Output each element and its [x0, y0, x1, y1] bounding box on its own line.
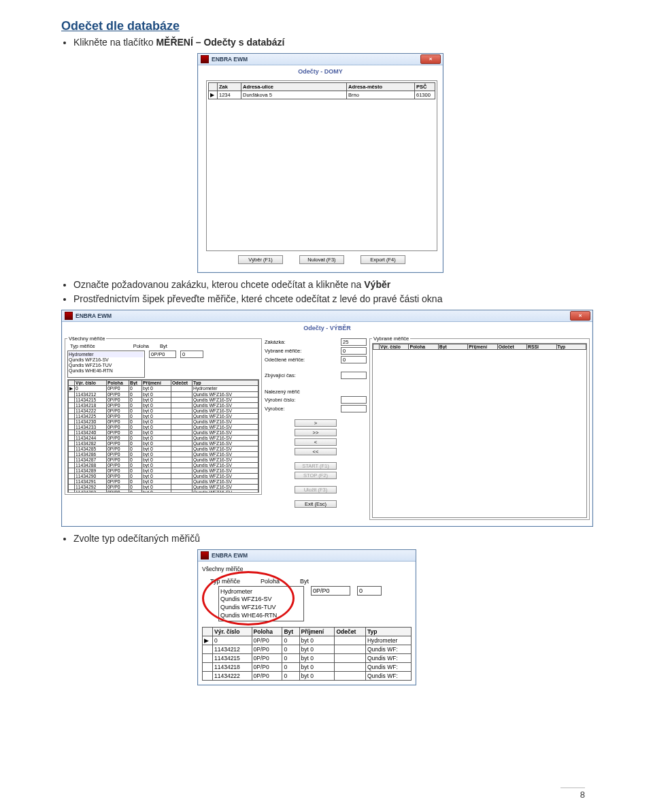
bullet-2-pre: Označte požadovanou zakázku, kterou chce…	[73, 279, 364, 290]
table-row[interactable]: 114342250P/P00byt 0Qundis WFZ16-SV	[69, 413, 258, 419]
table-row[interactable]: 114342930P/P00byt 0Qundis WFZ16-SV	[69, 489, 258, 493]
table-row[interactable]: 114342330P/P00byt 0Qundis WFZ16-SV	[69, 424, 258, 429]
move-left-button[interactable]: <	[295, 438, 337, 446]
right-meters-grid[interactable]: Výr. číslo Poloha Byt Příjmení Odečet RS…	[372, 343, 587, 518]
cell: byt 0	[142, 484, 171, 489]
cell	[171, 473, 192, 478]
nulovat-button[interactable]: Nulovat (F3)	[299, 255, 344, 264]
start-button[interactable]: START (F1)	[295, 462, 337, 470]
table-row[interactable]: 114342150P/P00byt 0Qundis WFZ16-SV	[69, 397, 258, 402]
poloha-input[interactable]: 0P/P0	[149, 351, 176, 358]
cell: byt 0	[142, 385, 171, 391]
lbl-nalezeny: Nalezený měřič	[265, 389, 367, 395]
cell	[69, 397, 75, 402]
vyrobce-value	[341, 405, 367, 412]
domy-table[interactable]: Zak Adresa-ulice Adresa-město PSČ ▶ 1234…	[208, 82, 435, 99]
list-item[interactable]: Qundis WHE46-RTN	[69, 368, 144, 374]
cell	[69, 468, 75, 473]
cell: 0	[129, 468, 142, 473]
table-row[interactable]: ▶00P/P00byt 0Hydrometer	[69, 385, 258, 391]
table-row[interactable]: 114342820P/P00byt 0Qundis WFZ16-SV	[69, 440, 258, 446]
fieldset-vsechny: Všechny měřiče Typ měřiče Poloha Byt Hyd…	[65, 336, 262, 495]
table-row[interactable]: 114342860P/P00byt 0Qundis WFZ16-SV	[69, 451, 258, 457]
poloha-input[interactable]: 0P/P0	[311, 586, 350, 596]
byt-input[interactable]: 0	[180, 351, 203, 358]
cell	[69, 484, 75, 489]
meters-grid[interactable]: Výr. číslo Poloha Byt Příjmení Odečet Ty…	[202, 627, 412, 681]
table-row[interactable]: 114342870P/P00byt 0Qundis WFZ16-SV	[69, 457, 258, 462]
odectene-value: 0	[341, 356, 367, 363]
cell	[69, 408, 75, 413]
list-item[interactable]: Qundis WHE46-RTN	[220, 612, 302, 620]
table-row[interactable]: 114342120P/P00byt 0Qundis WF:	[203, 645, 412, 654]
cell: 11434282	[75, 440, 107, 446]
cell: 11434225	[75, 413, 107, 419]
list-item[interactable]: Qundis WFZ16-SV	[69, 357, 144, 363]
list-item[interactable]: Qundis WFZ16-TUV	[69, 363, 144, 368]
table-row[interactable]: 114342900P/P00byt 0Qundis WFZ16-SV	[69, 473, 258, 478]
table-row[interactable]: 114342120P/P00byt 0Qundis WFZ16-SV	[69, 391, 258, 397]
close-button[interactable]: ×	[420, 54, 441, 64]
cell: 0P/P0	[107, 402, 129, 408]
cell: 0P/P0	[107, 397, 129, 402]
cell: 11434230	[75, 419, 107, 424]
page-number: 8	[560, 787, 585, 800]
cell	[69, 451, 75, 457]
table-row[interactable]: 114342180P/P00byt 0Qundis WF:	[203, 663, 412, 672]
table-row[interactable]: 114342220P/P00byt 0Qundis WFZ16-SV	[69, 408, 258, 413]
typ-listbox[interactable]: Hydrometer Qundis WFZ16-SV Qundis WFZ16-…	[218, 586, 304, 622]
titlebar[interactable]: ENBRA EWM ×	[62, 310, 592, 322]
table-row[interactable]: 114342880P/P00byt 0Qundis WFZ16-SV	[69, 462, 258, 468]
cell	[171, 424, 192, 429]
cell	[203, 663, 213, 672]
cell: Qundis WF:	[365, 645, 411, 654]
ulozit-button[interactable]: Uložit (F3)	[295, 486, 337, 493]
table-row[interactable]: 114342920P/P00byt 0Qundis WFZ16-SV	[69, 484, 258, 489]
cell: 0	[213, 636, 252, 645]
table-row[interactable]: 114342220P/P00byt 0Qundis WF:	[203, 672, 412, 681]
table-row[interactable]: 114342890P/P00byt 0Qundis WFZ16-SV	[69, 468, 258, 473]
cell: 0	[282, 672, 299, 681]
list-item[interactable]: Qundis WFZ16-SV	[220, 596, 302, 604]
left-meters-grid[interactable]: Výr. číslo Poloha Byt Příjmení Odečet Ty…	[67, 379, 259, 493]
window-subtitle: Odečty - VÝBĚR	[62, 322, 592, 334]
col-psc: PSČ	[415, 82, 435, 91]
export-button[interactable]: Export (F4)	[361, 255, 405, 264]
vyber-button[interactable]: Výběr (F1)	[238, 255, 283, 264]
table-row[interactable]: 114342300P/P00byt 0Qundis WFZ16-SV	[69, 419, 258, 424]
move-all-left-button[interactable]: <<	[295, 448, 337, 455]
table-row[interactable]: 114342440P/P00byt 0Qundis WFZ16-SV	[69, 435, 258, 440]
stop-button[interactable]: STOP (F2)	[295, 472, 337, 479]
close-button[interactable]: ×	[570, 311, 590, 321]
cell: byt 0	[142, 391, 171, 397]
bullet-3: Prostřednictvím šipek převeďte měřiče, k…	[73, 293, 592, 306]
list-item[interactable]: Hydrometer	[220, 588, 302, 596]
cell: 0	[129, 435, 142, 440]
cell: 11434286	[75, 451, 107, 457]
byt-input[interactable]: 0	[357, 586, 382, 596]
list-item[interactable]: Hydrometer	[69, 352, 144, 357]
titlebar[interactable]: ENBRA EWM	[198, 550, 416, 562]
cell	[171, 457, 192, 462]
table-row[interactable]: 114342910P/P00byt 0Qundis WFZ16-SV	[69, 478, 258, 484]
cell: Qundis WFZ16-SV	[192, 468, 258, 473]
table-row[interactable]: 114342400P/P00byt 0Qundis WFZ16-SV	[69, 429, 258, 435]
table-header: Zak Adresa-ulice Adresa-město PSČ	[209, 82, 435, 91]
titlebar[interactable]: ENBRA EWM ×	[198, 54, 443, 65]
table-header: Výr. číslo Poloha Byt Příjmení Odečet RS…	[373, 344, 586, 349]
table-row[interactable]: 114342850P/P00byt 0Qundis WFZ16-SV	[69, 446, 258, 451]
cell	[69, 435, 75, 440]
cell: 0P/P0	[107, 424, 129, 429]
typ-listbox[interactable]: Hydrometer Qundis WFZ16-SV Qundis WFZ16-…	[67, 351, 145, 378]
table-row[interactable]: 114342150P/P00byt 0Qundis WF:	[203, 654, 412, 663]
move-right-button[interactable]: >	[295, 419, 337, 427]
bullet-2: Označte požadovanou zakázku, kterou chce…	[73, 278, 592, 291]
table-row[interactable]: ▶ 1234 Durďákova 5 Brno 61300	[209, 91, 435, 99]
table-row[interactable]: 114342180P/P00byt 0Qundis WFZ16-SV	[69, 402, 258, 408]
list-item[interactable]: Qundis WFZ16-TUV	[220, 604, 302, 612]
table-row[interactable]: ▶00P/P00byt 0Hydrometer	[203, 636, 412, 645]
move-all-right-button[interactable]: >>	[295, 429, 337, 436]
exit-button[interactable]: Exit (Esc)	[295, 500, 337, 508]
cell: Qundis WFZ16-SV	[192, 462, 258, 468]
lbl-vyrobce: Výrobce:	[265, 406, 285, 412]
